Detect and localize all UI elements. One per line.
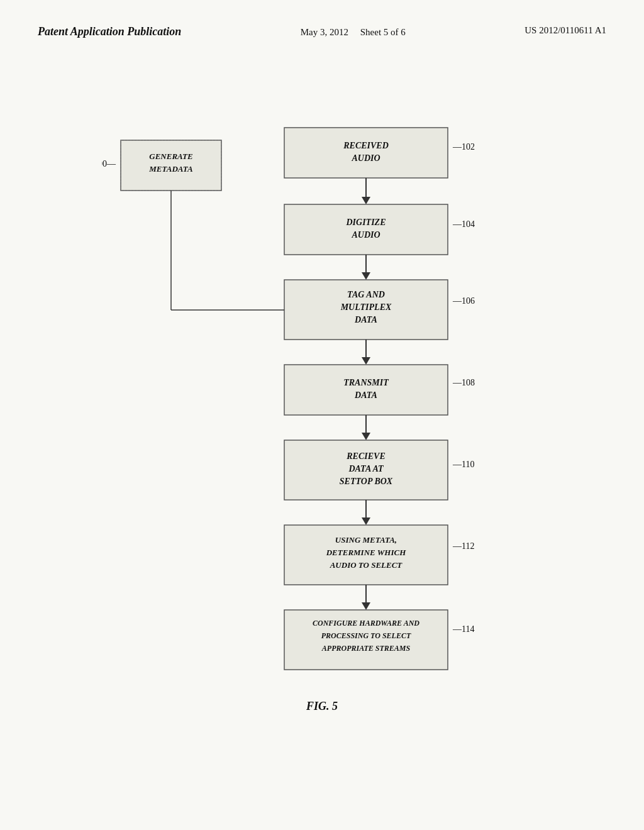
ref-106: —106 [452, 296, 475, 306]
label-102b: AUDIO [351, 153, 380, 163]
publication-label: Patent Application Publication [38, 25, 181, 38]
diagram-area: GENERATE METADATA 100— RECEIVED AUDIO —1… [0, 90, 644, 687]
ref-102: —102 [452, 142, 475, 152]
label-108b: DATA [354, 390, 377, 400]
label-106c: DATA [354, 315, 377, 324]
svg-text:METADATA: METADATA [148, 164, 193, 174]
label-110b: DATA AT [348, 464, 384, 473]
page: Patent Application Publication May 3, 20… [0, 0, 644, 830]
label-100: GENERATE [149, 152, 193, 161]
label-106a: TAG AND [347, 290, 385, 299]
label-112c: AUDIO TO SELECT [330, 560, 403, 570]
flowchart-svg: GENERATE METADATA 100— RECEIVED AUDIO —1… [102, 90, 542, 687]
ref-104: —104 [452, 219, 475, 229]
svg-marker-6 [362, 272, 370, 280]
label-104b: AUDIO [351, 230, 380, 240]
ref-100: 100— [102, 159, 116, 169]
label-106b: MULTIPLEX [340, 302, 392, 312]
publication-date: May 3, 2012 [301, 27, 348, 37]
label-114a: CONFIGURE HARDWARE AND [313, 619, 419, 628]
svg-marker-7 [362, 357, 370, 365]
svg-marker-5 [362, 197, 370, 204]
ref-110: —110 [452, 460, 474, 469]
patent-number: US 2012/0110611 A1 [525, 25, 606, 36]
label-112a: USING METATA, [335, 535, 397, 545]
label-102a: RECEIVED [343, 141, 389, 150]
svg-marker-9 [362, 517, 370, 525]
label-112b: DETERMINE WHICH [326, 548, 406, 557]
header: Patent Application Publication May 3, 20… [0, 0, 644, 52]
svg-marker-8 [362, 433, 370, 440]
figure-caption: FIG. 5 [0, 700, 644, 713]
label-110c: SETTOP BOX [340, 477, 393, 486]
label-104a: DIGITIZE [345, 218, 386, 227]
label-110a: RECIEVE [346, 451, 385, 461]
ref-114: —114 [452, 624, 474, 634]
header-center: May 3, 2012 Sheet 5 of 6 [301, 25, 406, 40]
svg-marker-10 [362, 602, 370, 610]
label-108a: TRANSMIT [343, 378, 389, 387]
ref-112: —112 [452, 541, 474, 551]
box-108 [284, 365, 448, 415]
box-102 [284, 128, 448, 178]
box-104 [284, 204, 448, 255]
ref-108: —108 [452, 378, 475, 387]
label-114b: PROCESSING TO SELECT [321, 631, 411, 640]
sheet-info: Sheet 5 of 6 [360, 27, 406, 37]
label-114c: APPROPRIATE STREAMS [321, 644, 411, 653]
